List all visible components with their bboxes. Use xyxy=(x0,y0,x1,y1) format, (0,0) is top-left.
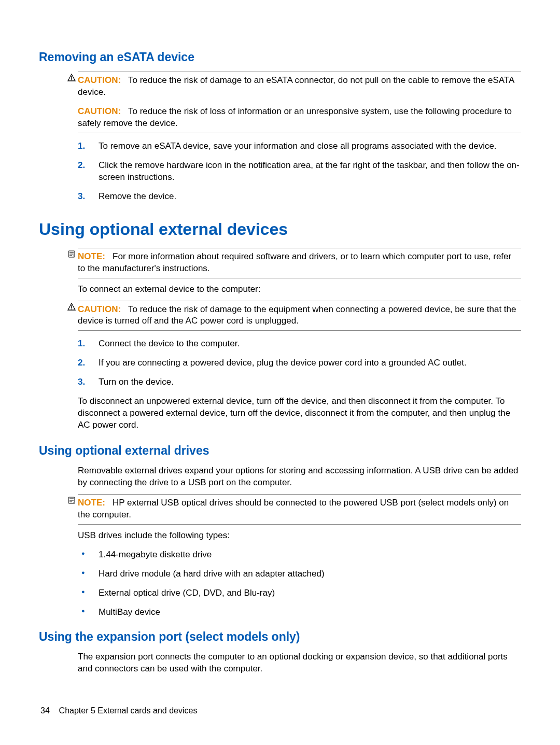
note-icon xyxy=(66,496,77,508)
list-item: MultiBay device xyxy=(78,607,521,619)
chapter-label: Chapter 5 External cards and devices xyxy=(59,706,198,715)
page-footer: 34 Chapter 5 External cards and devices xyxy=(40,705,197,716)
list-item: 1.44-megabyte diskette drive xyxy=(78,549,521,561)
note-text: NOTE: For more information about require… xyxy=(78,251,521,275)
note-label: NOTE: xyxy=(78,251,105,261)
heading-removing-esata: Removing an eSATA device xyxy=(39,49,521,65)
list-item: Hard drive module (a hard drive with an … xyxy=(78,568,521,580)
note-box: NOTE: HP external USB optical drives sho… xyxy=(78,494,521,525)
paragraph: To disconnect an unpowered external devi… xyxy=(78,396,521,431)
paragraph: Removable external drives expand your op… xyxy=(78,465,521,489)
heading-expansion-port: Using the expansion port (select models … xyxy=(39,629,521,645)
svg-rect-3 xyxy=(71,305,72,308)
paragraph: The expansion port connects the computer… xyxy=(78,651,521,675)
paragraph: To connect an external device to the com… xyxy=(78,284,521,296)
page-number: 34 xyxy=(40,706,50,715)
note-icon xyxy=(66,250,77,262)
list-item: Remove the device. xyxy=(78,191,521,203)
caution-icon xyxy=(66,303,77,315)
caution-text: CAUTION: To reduce the risk of damage to… xyxy=(78,75,521,99)
caution-label: CAUTION: xyxy=(78,106,121,116)
list-item: Connect the device to the computer. xyxy=(78,338,521,350)
heading-using-external-devices: Using optional external devices xyxy=(39,218,521,241)
list-item: If you are connecting a powered device, … xyxy=(78,357,521,369)
caution-icon xyxy=(66,74,77,86)
usb-drive-types: 1.44-megabyte diskette drive Hard drive … xyxy=(78,549,521,619)
connect-steps: Connect the device to the computer. If y… xyxy=(78,338,521,388)
removing-steps: To remove an eSATA device, save your inf… xyxy=(78,140,521,203)
note-box: NOTE: For more information about require… xyxy=(78,248,521,278)
caution-label: CAUTION: xyxy=(78,75,121,85)
svg-rect-4 xyxy=(71,308,72,310)
caution-label: CAUTION: xyxy=(78,304,121,314)
heading-external-drives: Using optional external drives xyxy=(39,443,521,459)
svg-rect-1 xyxy=(71,79,72,80)
svg-rect-0 xyxy=(71,76,72,79)
caution-box: CAUTION: To reduce the risk of damage to… xyxy=(78,72,521,133)
list-item: To remove an eSATA device, save your inf… xyxy=(78,140,521,152)
caution-text: CAUTION: To reduce the risk of damage to… xyxy=(78,304,521,328)
list-item: Click the remove hardware icon in the no… xyxy=(78,160,521,184)
list-item: Turn on the device. xyxy=(78,376,521,388)
caution-text: CAUTION: To reduce the risk of loss of i… xyxy=(78,106,521,130)
note-label: NOTE: xyxy=(78,498,105,508)
list-item: External optical drive (CD, DVD, and Blu… xyxy=(78,587,521,599)
paragraph: USB drives include the following types: xyxy=(78,530,521,542)
note-text: NOTE: HP external USB optical drives sho… xyxy=(78,497,521,521)
caution-box: CAUTION: To reduce the risk of damage to… xyxy=(78,301,521,331)
